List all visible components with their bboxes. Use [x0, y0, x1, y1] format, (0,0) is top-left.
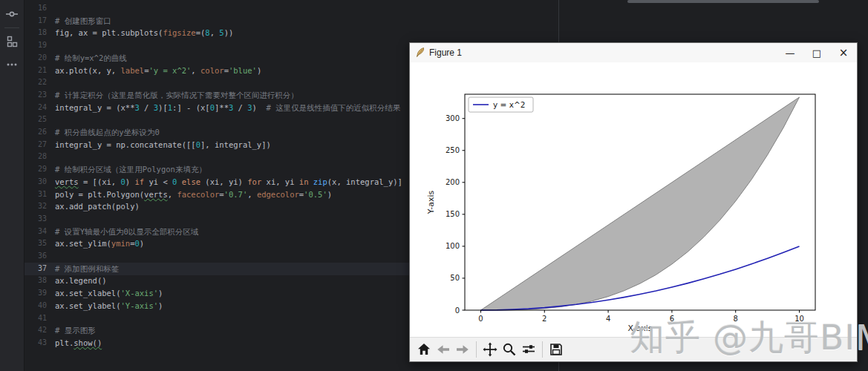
code-line[interactable]: poly = plt.Polygon(verts, facecolor='0.7…	[55, 188, 332, 201]
token: ax.set_ylabel(	[55, 301, 121, 310]
code-line[interactable]: # 积分曲线起点的y坐标设为0	[55, 126, 160, 139]
line-number: 22	[25, 76, 47, 89]
code-line[interactable]: ax.plot(x, y, label='y = x^2', color='bl…	[55, 65, 261, 77]
token: integral_y = np.concatenate([[	[55, 140, 196, 149]
token: )	[125, 177, 135, 186]
minimize-button[interactable]: —	[777, 43, 803, 62]
toolbar-home-button[interactable]	[414, 340, 434, 359]
rail-divider	[4, 27, 19, 28]
code-line[interactable]: integral_y = (x**3 / 3)[1:] - (x[0]**3 /…	[55, 102, 400, 114]
code-line[interactable]: # 创建图形窗口	[55, 15, 111, 27]
x-tick-label: 10	[794, 315, 804, 323]
token-str: '0.5'	[304, 190, 327, 199]
screen: 1617181920212223242526272829303132333435…	[0, 0, 868, 371]
token: ))	[224, 28, 234, 37]
code-line[interactable]: fig, ax = plt.subplots(figsize=(8, 5))	[55, 27, 233, 39]
y-tick-label: 150	[446, 210, 460, 218]
token: ,	[168, 190, 177, 199]
token-com: # 计算定积分（这里是简化版，实际情况下需要对整个区间进行积分）	[55, 91, 298, 99]
token-sq: show()	[74, 338, 102, 347]
close-button[interactable]: ×	[830, 43, 857, 62]
toolbar-separator	[542, 341, 543, 358]
line-number: 25	[25, 114, 47, 126]
code-line[interactable]: ax.set_ylim(ymin=0)	[55, 237, 144, 250]
ide-left-toolbar	[0, 0, 25, 371]
token: plt.	[55, 338, 74, 347]
magnifier-icon	[502, 342, 517, 357]
token: (x, integral_y)]	[327, 177, 402, 186]
y-tick-label: 100	[446, 242, 460, 250]
token-com: # 这里仅是线性插值下的近似积分结果	[267, 103, 401, 112]
token-com: # 显示图形	[55, 326, 96, 335]
token: = [(xi,	[79, 177, 121, 186]
code-line[interactable]: # 设置Y轴最小值为0以显示全部积分区域	[55, 226, 198, 238]
code-line[interactable]: # 显示图形	[55, 324, 96, 337]
code-line[interactable]: verts = [(xi, 0) if yi < 0 else (xi, yi)…	[55, 176, 402, 188]
maximize-button[interactable]: □	[803, 43, 830, 62]
line-number: 17	[25, 15, 47, 27]
token: =(	[196, 28, 206, 37]
code-line[interactable]: # 绘制y=x^2的曲线	[55, 52, 127, 65]
token-builtin: zip	[313, 177, 327, 186]
token: )	[327, 190, 332, 199]
token-kwarg: figsize	[163, 28, 195, 37]
figure-titlebar[interactable]: Figure 1 — □ ×	[410, 43, 857, 63]
code-line[interactable]: integral_y = np.concatenate([[0], integr…	[55, 139, 271, 151]
token: )	[158, 289, 163, 298]
code-line[interactable]: ax.set_xlabel('X-axis')	[55, 287, 163, 300]
token-kw: if	[135, 177, 145, 186]
line-number: 34	[25, 226, 47, 238]
toolbar-zoom-button[interactable]	[500, 340, 519, 359]
more-icon[interactable]	[0, 55, 24, 74]
commit-icon[interactable]	[0, 4, 24, 24]
structure-icon	[5, 35, 19, 48]
token-kw: in	[299, 177, 309, 186]
code-line[interactable]: ax.legend()	[55, 275, 107, 287]
plot-canvas[interactable]: 0246810050100150200250300X-axisY-axisy =…	[410, 62, 857, 337]
token-str: '0.7'	[224, 190, 248, 199]
line-number: 27	[25, 139, 47, 151]
line-number: 29	[25, 163, 47, 176]
x-tick-label: 8	[734, 315, 738, 323]
token: )	[140, 239, 144, 248]
code-line[interactable]: # 添加图例和标签	[55, 263, 119, 275]
save-floppy-icon	[549, 342, 564, 357]
line-number: 35	[25, 237, 47, 250]
code-line[interactable]: ax.add_patch(poly)	[55, 200, 140, 213]
line-number: 41	[25, 312, 47, 325]
token-kw: else	[182, 177, 200, 186]
line-number: 28	[25, 151, 47, 163]
home-icon	[417, 342, 431, 357]
y-axis-label: Y-axis	[426, 191, 436, 215]
toolbar-forward-button[interactable]	[453, 340, 472, 359]
token: ax.set_xlabel(	[55, 289, 121, 298]
code-line[interactable]: ax.set_ylabel('Y-axis')	[55, 300, 163, 312]
x-tick-label: 4	[606, 315, 610, 323]
line-number: 33	[25, 213, 47, 226]
more-icon	[5, 58, 19, 71]
code-line[interactable]: plt.show()	[55, 337, 102, 349]
token: ax.plot(x, y,	[55, 66, 121, 75]
toolbar-configure-subplots-button[interactable]	[519, 340, 538, 359]
structure-icon[interactable]	[0, 32, 24, 51]
token: :] - (x[	[172, 103, 210, 112]
toolbar-pan-button[interactable]	[480, 340, 500, 359]
code-line[interactable]: # 计算定积分（这里是简化版，实际情况下需要对整个区间进行积分）	[55, 89, 298, 102]
commit-icon	[4, 7, 19, 22]
token: ,	[247, 190, 257, 199]
horizontal-scrollbar[interactable]	[627, 0, 819, 3]
token-kw: for	[247, 177, 261, 186]
forward-arrow-icon	[455, 342, 470, 357]
code-line[interactable]: # 绘制积分区域（这里用Polygon来填充）	[55, 163, 206, 176]
token-com: # 创建图形窗口	[55, 16, 111, 25]
pan-icon	[483, 342, 497, 357]
token-kwarg: ymin	[111, 239, 130, 248]
line-number: 40	[25, 300, 47, 312]
line-number: 39	[25, 287, 47, 300]
toolbar-back-button[interactable]	[434, 340, 453, 359]
token: fig, ax = plt.subplots(	[55, 28, 163, 37]
token-str: 'Y-axis'	[121, 301, 159, 310]
toolbar-save-button[interactable]	[546, 340, 566, 359]
token: integral_y = (x**	[55, 103, 134, 112]
line-number: 19	[25, 39, 47, 52]
